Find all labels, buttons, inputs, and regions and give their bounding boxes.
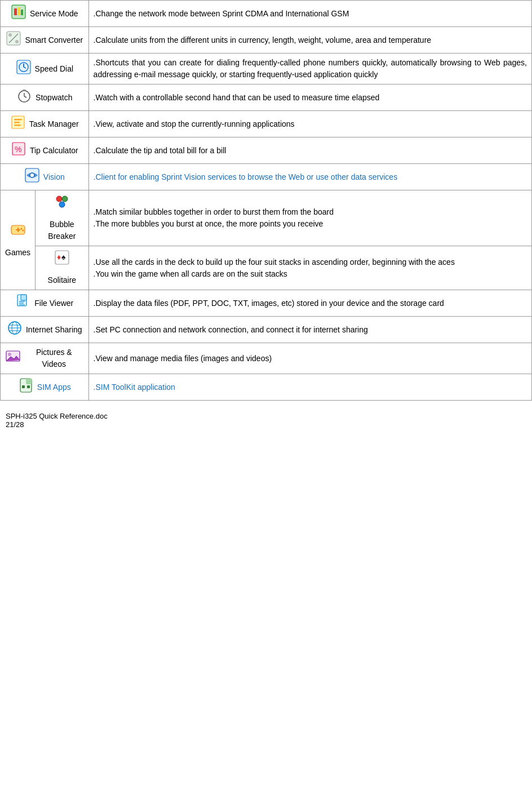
sub-cell-bubble-breaker: Bubble Breaker	[36, 190, 88, 246]
sim-apps-icon	[18, 378, 34, 397]
svg-line-15	[24, 96, 26, 97]
app-cell-sim-apps: SIM Apps	[1, 374, 89, 401]
app-label: Pictures & Videos	[24, 347, 84, 370]
solitaire-icon: ♦♠	[54, 250, 70, 269]
svg-point-46	[8, 353, 11, 356]
app-label: Speed Dial	[35, 63, 74, 75]
desc-cell-service-mode: .Change the network mode between Sprint …	[88, 1, 531, 27]
desc-cell-pictures-and-videos: .View and manage media files (images and…	[88, 343, 531, 374]
app-label: Task Manager	[29, 118, 79, 130]
internet-sharing-icon	[7, 320, 23, 339]
app-label: Smart Converter	[25, 34, 83, 46]
sub-cell-solitaire: ♦♠ Solitaire	[36, 246, 88, 290]
sub-label: Solitaire	[48, 274, 77, 286]
app-label: Internet Sharing	[26, 324, 82, 336]
bubble-breaker-icon	[54, 194, 70, 213]
app-cell-smart-converter: Smart Converter	[1, 27, 89, 54]
app-label: SIM Apps	[37, 381, 71, 393]
app-cell-internet-sharing: Internet Sharing	[1, 317, 89, 343]
stopwatch-icon	[16, 88, 32, 107]
svg-rect-1	[14, 8, 17, 15]
sub-label: Bubble Breaker	[40, 219, 83, 242]
app-cell-stopwatch: Stopwatch	[1, 85, 89, 111]
svg-rect-50	[27, 385, 30, 388]
main-table: Service Mode .Change the network mode be…	[0, 0, 532, 401]
svg-point-31	[59, 202, 65, 207]
svg-text:%: %	[15, 145, 21, 154]
app-cell-file-viewer: File Viewer	[1, 290, 89, 317]
svg-rect-17	[14, 119, 22, 121]
svg-rect-18	[14, 122, 20, 123]
svg-text:♦: ♦	[57, 252, 61, 261]
app-label: Service Mode	[30, 8, 78, 20]
desc-cell-smart-converter: .Calculate units from the different unit…	[88, 27, 531, 54]
games-icon	[10, 222, 26, 241]
desc-cell-internet-sharing: .Set PC connection and network connectio…	[88, 317, 531, 343]
desc-cell-file-viewer: .Display the data files (PDF, PPT, DOC, …	[88, 290, 531, 317]
footer-line1: SPH-i325 Quick Reference.doc	[6, 412, 526, 420]
footer-line2: 21/28	[6, 420, 526, 429]
smart-converter-icon	[6, 30, 21, 50]
app-cell-tip-calculator: % Tip Calculator	[1, 137, 89, 164]
svg-rect-36	[21, 295, 26, 300]
app-cell-games: Games	[1, 190, 36, 290]
vision-icon	[24, 167, 40, 186]
svg-point-6	[8, 33, 12, 37]
svg-rect-3	[21, 10, 23, 15]
desc-cell-task-manager: .View, activate and stop the currently-r…	[88, 111, 531, 137]
desc-cell-speed-dial: .Shortcuts that you can create for diali…	[88, 54, 531, 85]
svg-rect-49	[22, 385, 25, 388]
file-viewer-icon	[15, 294, 31, 313]
svg-point-7	[15, 40, 19, 43]
svg-point-29	[56, 196, 62, 202]
app-cell-task-manager: Task Manager	[1, 111, 89, 137]
task-manager-icon	[10, 114, 26, 134]
desc-cell-bubble-breaker: .Match similar bubbles together in order…	[88, 190, 531, 246]
svg-text:♠: ♠	[61, 252, 66, 261]
app-cell-vision: Vision	[1, 164, 89, 190]
svg-point-23	[30, 173, 34, 177]
page-wrapper: Service Mode .Change the network mode be…	[0, 0, 532, 434]
desc-cell-vision: .Client for enabling Sprint Vision servi…	[88, 164, 531, 190]
svg-rect-48	[26, 379, 32, 384]
app-label: File Viewer	[34, 297, 73, 309]
desc-cell-stopwatch: .Watch with a controllable second hand t…	[88, 85, 531, 111]
app-cell-service-mode: Service Mode	[1, 1, 89, 27]
svg-rect-19	[14, 125, 21, 126]
pictures-&-videos-icon	[5, 349, 21, 368]
app-label: Vision	[43, 171, 65, 183]
app-cell-pictures-and-videos: Pictures & Videos	[1, 343, 89, 374]
app-label: Tip Calculator	[30, 145, 78, 157]
svg-point-28	[22, 229, 24, 231]
app-cell-speed-dial: Speed Dial	[1, 54, 89, 85]
speed-dial-icon	[16, 59, 32, 78]
desc-cell-solitaire: .Use all the cards in the deck to build …	[88, 246, 531, 290]
svg-point-27	[20, 228, 22, 229]
app-label: Games	[5, 247, 30, 259]
tip-calculator-icon: %	[11, 141, 26, 160]
desc-cell-tip-calculator: .Calculate the tip and total bill for a …	[88, 137, 531, 164]
svg-rect-2	[17, 7, 20, 15]
app-label: Stopwatch	[36, 92, 72, 104]
service-mode-icon	[11, 4, 26, 23]
desc-cell-sim-apps: .SIM ToolKit application	[88, 374, 531, 401]
svg-point-30	[62, 196, 68, 202]
svg-rect-13	[23, 90, 26, 91]
footer: SPH-i325 Quick Reference.doc 21/28	[0, 401, 532, 434]
